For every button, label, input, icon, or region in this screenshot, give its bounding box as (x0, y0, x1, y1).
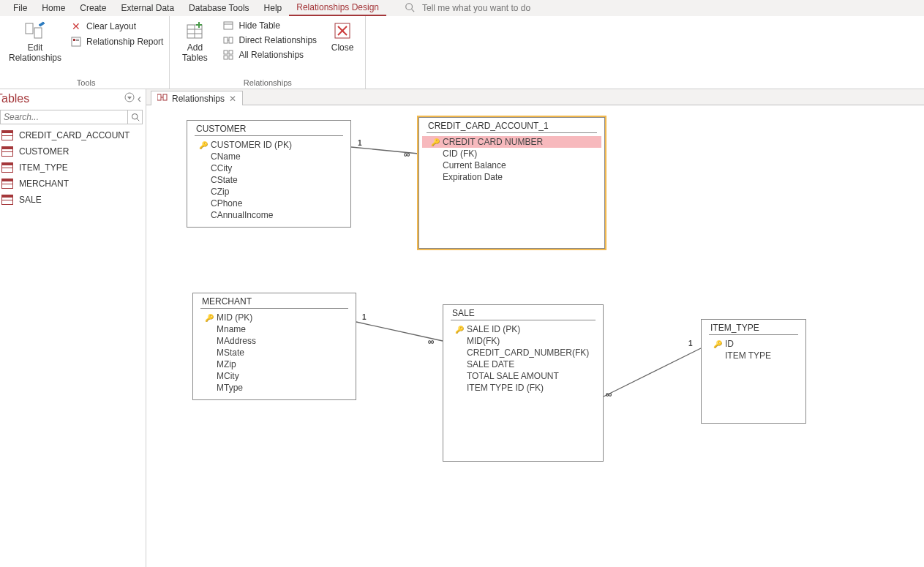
ribbon-group-relationships: Add Tables Hide Table Direct Relationshi… (170, 16, 366, 89)
entity-field[interactable]: MState (193, 347, 356, 358)
entity-field[interactable]: MAddress (193, 335, 356, 347)
entity-customer[interactable]: CUSTOMER 🔑CUSTOMER ID (PK) CName CCity C… (187, 120, 351, 228)
entity-field[interactable]: Expiration Date (419, 171, 604, 183)
nav-table-list: CREDIT_CARD_ACCOUNT CUSTOMER ITEM_TYPE M… (0, 127, 146, 208)
entity-field[interactable]: 🔑ID (702, 338, 805, 350)
entity-field[interactable]: MType (193, 382, 356, 394)
field-label: CName (211, 151, 241, 162)
menu-tab-database-tools[interactable]: Database Tools (181, 1, 257, 15)
key-icon: 🔑 (205, 314, 212, 322)
entity-field[interactable]: MZip (193, 358, 356, 370)
entity-field[interactable]: Current Balance (419, 159, 604, 171)
clear-layout-button[interactable]: ✕ Clear Layout (70, 20, 163, 32)
relationship-report-button[interactable]: Relationship Report (70, 37, 163, 47)
svg-point-0 (406, 3, 413, 10)
add-tables-button[interactable]: Add Tables (176, 19, 214, 64)
field-label: CCity (211, 163, 232, 173)
table-icon (1, 179, 13, 189)
nav-item-credit-card-account[interactable]: CREDIT_CARD_ACCOUNT (0, 127, 146, 143)
entity-field[interactable]: CName (187, 151, 350, 162)
nav-search-input[interactable] (1, 110, 127, 124)
field-label: MState (217, 348, 244, 358)
menu-tab-file[interactable]: File (6, 1, 34, 15)
edit-relationships-button[interactable]: Edit Relationships (9, 19, 61, 64)
nav-item-label: CUSTOMER (19, 146, 69, 157)
svg-rect-4 (72, 37, 80, 46)
entity-field[interactable]: TOTAL SALE AMOUNT (443, 370, 603, 382)
menu-tab-relationships-design[interactable]: Relationships Design (289, 0, 386, 16)
nav-item-customer[interactable]: CUSTOMER (0, 143, 146, 159)
entity-field[interactable]: CPhone (187, 198, 350, 209)
canvas-wrap: Relationships ✕ 1 ∞ 1 ∞ ∞ 1 CUSTOMER � (146, 89, 924, 567)
nav-header[interactable]: Tables ‹ (0, 89, 146, 108)
entity-item-type[interactable]: ITEM_TYPE 🔑ID ITEM TYPE (701, 319, 806, 424)
rel-label-many: ∞ (404, 149, 410, 159)
nav-item-merchant[interactable]: MERCHANT (0, 176, 146, 192)
menu-tab-external-data[interactable]: External Data (113, 1, 181, 15)
nav-item-sale[interactable]: SALE (0, 192, 146, 208)
entity-field[interactable]: Mname (193, 323, 356, 335)
nav-dropdown-icon[interactable] (124, 92, 135, 105)
entity-field[interactable]: 🔑SALE ID (PK) (443, 323, 603, 335)
entity-field[interactable]: MCity (193, 370, 356, 382)
entity-fields: 🔑MID (PK) Mname MAddress MState MZip MCi… (193, 309, 356, 399)
entity-field[interactable]: MID(FK) (443, 335, 603, 347)
entity-field[interactable]: CID (FK) (419, 148, 604, 159)
close-label: Close (331, 42, 354, 53)
entity-fields: 🔑ID ITEM TYPE (702, 335, 805, 367)
entity-field[interactable]: ITEM TYPE (702, 350, 805, 361)
entity-field[interactable]: ITEM TYPE ID (FK) (443, 382, 603, 394)
tell-me-input[interactable] (421, 2, 567, 14)
relationships-canvas[interactable]: 1 ∞ 1 ∞ ∞ 1 CUSTOMER 🔑CUSTOMER ID (PK) C… (146, 105, 924, 567)
entity-field[interactable]: CAnnualIncome (187, 209, 350, 221)
entity-field[interactable]: 🔑MID (PK) (193, 312, 356, 323)
svg-line-33 (351, 147, 418, 154)
document-tab-bar: Relationships ✕ (146, 89, 924, 105)
close-button[interactable]: Close (326, 19, 359, 53)
entity-field[interactable]: 🔑CUSTOMER ID (PK) (187, 139, 350, 151)
doc-tab-close-icon[interactable]: ✕ (229, 94, 236, 104)
entity-field[interactable]: CREDIT_CARD_NUMBER(FK) (443, 347, 603, 358)
svg-rect-20 (229, 50, 233, 54)
entity-field[interactable]: CZip (187, 186, 350, 198)
nav-item-label: ITEM_TYPE (19, 162, 68, 173)
field-label: CPhone (211, 198, 242, 209)
hide-table-button[interactable]: Hide Table (222, 20, 317, 31)
menu-tab-help[interactable]: Help (257, 1, 290, 15)
field-label: CZip (211, 187, 229, 197)
rel-label-many: ∞ (606, 389, 612, 399)
field-label: MCity (217, 371, 239, 381)
nav-search[interactable] (0, 110, 143, 124)
field-label: MID(FK) (467, 336, 500, 346)
field-label: Current Balance (443, 160, 506, 170)
doc-tab-relationships[interactable]: Relationships ✕ (151, 91, 243, 105)
entity-field[interactable]: CState (187, 174, 350, 186)
hide-table-icon (222, 20, 234, 31)
field-label: CREDIT CARD NUMBER (443, 137, 543, 147)
nav-search-button[interactable] (127, 110, 142, 124)
svg-rect-2 (26, 23, 33, 34)
field-label: TOTAL SALE AMOUNT (467, 371, 559, 381)
all-relationships-button[interactable]: All Relationships (222, 50, 317, 60)
entity-field-selected[interactable]: 🔑CREDIT CARD NUMBER (422, 136, 601, 148)
entity-field[interactable]: SALE DATE (443, 358, 603, 370)
edit-relationships-icon (24, 19, 46, 42)
field-label: ID (725, 339, 734, 349)
all-relationships-icon (222, 50, 234, 60)
field-label: CID (FK) (443, 149, 477, 159)
entity-sale[interactable]: SALE 🔑SALE ID (PK) MID(FK) CREDIT_CARD_N… (443, 304, 604, 462)
direct-relationships-icon (222, 35, 234, 45)
entity-credit-card-account[interactable]: CREDIT_CARD_ACCOUNT_1 🔑CREDIT CARD NUMBE… (418, 117, 605, 249)
nav-collapse-icon[interactable]: ‹ (138, 92, 141, 105)
svg-rect-14 (224, 22, 233, 29)
entity-merchant[interactable]: MERCHANT 🔑MID (PK) Mname MAddress MState… (192, 293, 356, 400)
nav-item-item-type[interactable]: ITEM_TYPE (0, 159, 146, 176)
svg-rect-30 (157, 94, 161, 100)
field-label: MID (PK) (217, 312, 252, 323)
menu-tab-create[interactable]: Create (72, 1, 113, 15)
entity-field[interactable]: CCity (187, 162, 350, 174)
nav-item-label: SALE (19, 195, 42, 205)
menu-tab-home[interactable]: Home (34, 1, 72, 15)
direct-relationships-button[interactable]: Direct Relationships (222, 35, 317, 45)
tell-me-search[interactable] (405, 2, 567, 15)
